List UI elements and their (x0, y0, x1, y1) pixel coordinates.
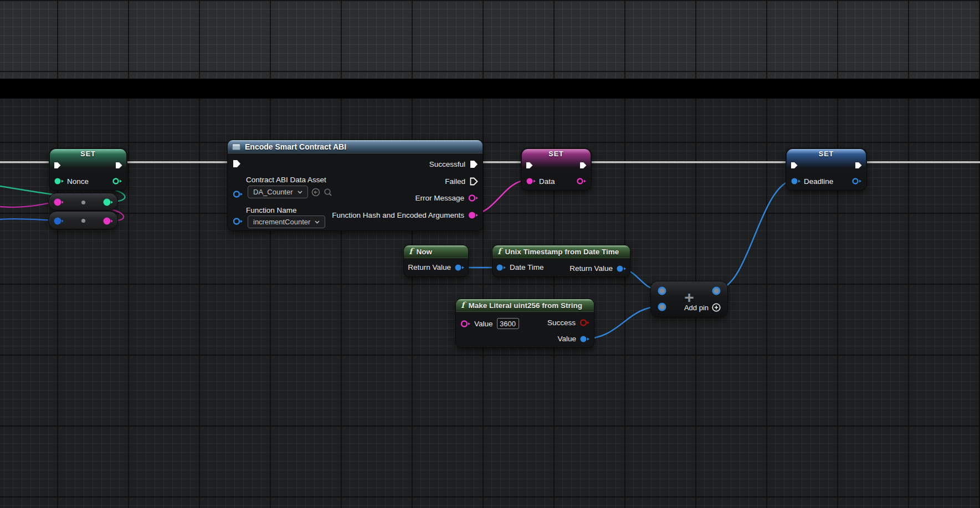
set-nonce-title: SET (49, 148, 127, 158)
node-add[interactable]: + Add pin (650, 281, 728, 317)
asset-dropdown[interactable]: DA_Counter (248, 186, 308, 198)
convert-a-output-pin[interactable] (103, 198, 112, 207)
convert-a-dot-icon (81, 201, 85, 204)
black-divider-band (0, 79, 980, 99)
set-deadline-title: SET (786, 148, 866, 158)
add-input-2-pin[interactable] (658, 302, 666, 311)
plus-circle-icon (712, 303, 721, 312)
node-set-nonce[interactable]: SET Nonce (49, 148, 127, 191)
function-hash-pin-label: Function Hash and Encoded Arguments (332, 211, 464, 219)
function-icon (232, 143, 240, 150)
data-pin-label: Data (539, 177, 555, 186)
wire-magenta-tail (0, 202, 56, 207)
wire-add-to-deadline (717, 180, 794, 290)
asset-input-pin[interactable] (233, 190, 243, 198)
datetime-pin-label: Date Time (510, 263, 544, 271)
nonce-input-pin[interactable] (54, 177, 64, 185)
function-name-input-pin[interactable] (233, 217, 243, 225)
set-data-title: SET (521, 148, 591, 158)
function-name-pin-label: Function Name (246, 206, 297, 214)
node-now[interactable]: f Now Return Value (403, 245, 469, 277)
blueprint-graph-canvas[interactable]: SET Nonce (0, 0, 980, 508)
unix-timestamp-header[interactable]: f Unix Timestamp from Date Time (492, 245, 630, 258)
convert-b-dot-icon (81, 219, 85, 223)
exec-out-pin[interactable] (579, 161, 587, 170)
exec-in-pin[interactable] (53, 161, 61, 170)
exec-out-pin[interactable] (854, 161, 863, 170)
unix-timestamp-title: Unix Timestamp from Date Time (505, 248, 619, 256)
add-input-1-pin[interactable] (658, 286, 666, 295)
deadline-output-pin[interactable] (852, 177, 861, 185)
nonce-output-pin[interactable] (112, 177, 122, 185)
convert-b-output-pin[interactable] (103, 217, 112, 225)
data-input-pin[interactable] (526, 177, 536, 185)
exec-out-pin[interactable] (115, 161, 123, 170)
failed-exec-pin[interactable] (469, 177, 478, 186)
add-pin-label: Add pin (684, 304, 709, 312)
node-unix-timestamp[interactable]: f Unix Timestamp from Date Time Date Tim… (492, 245, 630, 277)
asset-pin-label: Contract ABI Data Asset (246, 176, 326, 184)
function-name-dropdown-value: incrementCounter (253, 218, 310, 226)
wire-literal-to-add (583, 306, 660, 339)
error-message-pin[interactable] (468, 194, 478, 202)
now-return-label: Return Value (408, 263, 451, 271)
upper-graph-region (0, 0, 980, 79)
add-output-pin[interactable] (712, 286, 721, 295)
nonce-pin-label: Nonce (67, 177, 89, 186)
encode-header[interactable]: Encode Smart Contract ABI (228, 140, 483, 153)
make-literal-title: Make Literal uint256 from String (468, 301, 582, 310)
deadline-pin-label: Deadline (804, 177, 833, 186)
literal-value-input-pin[interactable] (460, 320, 470, 328)
node-set-data[interactable]: SET Data (521, 148, 592, 191)
literal-value-out-label: Value (557, 335, 576, 343)
node-set-deadline[interactable]: SET Deadline (786, 148, 867, 191)
node-convert-a[interactable] (48, 193, 118, 211)
now-return-pin[interactable] (455, 264, 464, 271)
literal-value-field[interactable] (497, 318, 519, 329)
literal-value-label: Value (474, 320, 493, 328)
exec-in-pin[interactable] (790, 161, 798, 170)
node-convert-b[interactable] (48, 211, 118, 229)
error-message-pin-label: Error Message (415, 194, 464, 202)
node-make-literal-uint256[interactable]: f Make Literal uint256 from String Value… (455, 299, 594, 348)
convert-b-input-pin[interactable] (54, 217, 63, 225)
successful-pin-label: Successful (429, 160, 465, 168)
success-pin-label: Success (547, 319, 576, 327)
browse-asset-icon[interactable] (324, 188, 332, 197)
literal-value-output-pin[interactable] (580, 335, 589, 343)
make-literal-header[interactable]: f Make Literal uint256 from String (456, 299, 594, 312)
unix-return-pin[interactable] (617, 265, 626, 273)
data-output-pin[interactable] (577, 177, 586, 185)
successful-exec-pin[interactable] (469, 160, 478, 169)
failed-pin-label: Failed (445, 177, 465, 186)
unix-return-label: Return Value (569, 264, 613, 273)
add-pin-button[interactable]: Add pin (684, 303, 721, 312)
function-name-dropdown[interactable]: incrementCounter (248, 215, 325, 228)
chevron-down-icon (297, 191, 302, 194)
function-hash-pin[interactable] (468, 211, 478, 219)
success-output-pin[interactable] (579, 319, 589, 327)
asset-dropdown-value: DA_Counter (253, 188, 293, 196)
encode-exec-in-pin[interactable] (232, 159, 241, 168)
exec-in-pin[interactable] (525, 161, 533, 170)
datetime-input-pin[interactable] (496, 264, 506, 271)
chevron-down-icon (315, 220, 320, 224)
now-title: Now (416, 248, 432, 256)
encode-title: Encode Smart Contract ABI (245, 142, 346, 151)
node-encode-smart-contract-abi[interactable]: Encode Smart Contract ABI Successful Fai… (227, 140, 483, 231)
now-header[interactable]: f Now (404, 245, 468, 258)
deadline-input-pin[interactable] (791, 177, 801, 185)
convert-a-input-pin[interactable] (54, 198, 63, 207)
use-selected-asset-icon[interactable] (311, 188, 320, 197)
